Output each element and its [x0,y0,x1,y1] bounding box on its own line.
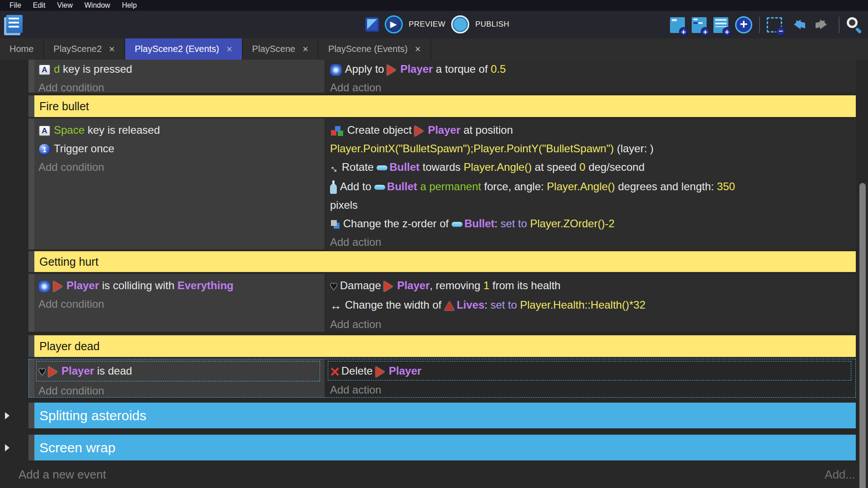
condition-line[interactable]: ASpace key is released [38,121,325,139]
actions-cell: ♥Damage Player, removing 1 from its heal… [326,274,856,332]
text-segment: force, angle: [481,180,547,192]
text-segment: set to [500,217,530,230]
group-drag-handle[interactable] [28,403,34,428]
conditions-cell: ♥Player is deadAdd condition [34,359,325,398]
event-drag-handle[interactable] [28,274,34,332]
condition-line[interactable]: ♥Player is dead [38,361,320,381]
action-line[interactable]: Create object Player at positionPlayer.P… [330,121,850,158]
add-condition-button[interactable]: Add condition [38,295,325,313]
menu-window[interactable]: Window [79,0,116,11]
add-condition-button[interactable]: Add condition [38,158,325,176]
bullet-object-icon [374,185,385,190]
preview-play-icon[interactable] [385,15,403,33]
player-object-icon [384,281,393,292]
condition-line[interactable]: Player is colliding with Everything [38,276,325,295]
tab-label: PlayScene [252,44,296,54]
add-other-event-icon[interactable] [735,16,752,33]
delete-selection-icon[interactable] [767,17,782,33]
lives-object-icon [444,301,454,310]
collapse-arrow-icon[interactable] [5,444,9,451]
redo-icon[interactable] [814,18,832,32]
tab-playscene[interactable]: PlayScene× [243,38,319,60]
event-row: ♥Player is deadAdd condition×Delete Play… [28,359,856,398]
text-segment: Player [389,365,421,377]
tab-close-icon[interactable]: × [302,45,308,54]
conditions-list: ♥Player is dead [36,361,320,381]
condition-line[interactable]: Ad key is pressed [38,60,325,78]
add-event-icon[interactable] [670,17,685,33]
action-line[interactable]: ♥Damage Player, removing 1 from its heal… [330,276,850,296]
text-segment: degrees and length: [615,180,717,192]
text-segment: (layer: ) [614,142,654,155]
add-comment-icon[interactable] [713,17,728,33]
event-group-header[interactable]: Screen wrap [28,435,856,460]
vertical-scrollbar[interactable] [859,183,866,488]
action-line[interactable]: Add to Bullet a permanent force, angle: … [330,177,850,214]
event-group-header[interactable]: Fire bullet [28,95,856,117]
action-line[interactable]: Change the z-order of Bullet: set to Pla… [330,214,850,233]
text-segment: is colliding with [99,279,177,291]
search-icon[interactable] [846,17,863,33]
actions-list: ×Delete Player [328,361,851,380]
add-action-button[interactable]: Add action [330,78,856,93]
action-line[interactable]: ×Delete Player [330,361,850,380]
tab-playscene2[interactable]: PlayScene2× [44,38,125,60]
action-line[interactable]: Apply to Player a torque of 0.5 [330,60,850,78]
add-more-button[interactable]: Add... [825,468,855,482]
text-segment: Space [54,124,85,136]
keyboard-key-icon: A [38,125,51,136]
menu-view[interactable]: View [51,0,78,11]
debug-icon[interactable] [365,17,379,32]
project-manager-icon[interactable] [6,15,23,33]
physics-icon [330,64,342,76]
preview-button[interactable]: PREVIEW [409,20,445,29]
event-group-header[interactable]: Splitting asteroids [28,403,856,428]
condition-line[interactable]: 1Trigger once [38,139,325,158]
tab-close-icon[interactable]: × [109,45,115,54]
add-condition-button[interactable]: Add condition [38,78,325,93]
player-object-icon [376,366,385,377]
gdevelop-window: { "menu": {"items": ["File", "Edit", "Vi… [0,0,868,488]
group-header-label: Getting hurt [34,251,856,272]
publish-globe-icon[interactable] [451,15,469,33]
event-drag-handle[interactable] [28,60,34,93]
add-condition-button[interactable]: Add condition [38,381,325,398]
tab-close-icon[interactable]: × [226,45,232,54]
menu-help[interactable]: Help [116,0,143,11]
action-line[interactable]: ↔Change the width of Lives: set to Playe… [330,296,850,315]
menu-file[interactable]: File [4,0,27,11]
text-segment: Player [400,63,433,75]
event-drag-handle[interactable] [28,359,34,398]
text-segment: 1 [483,279,489,291]
event-group-header[interactable]: Player dead [28,335,856,357]
group-drag-handle[interactable] [28,251,34,272]
toolbar-separator [839,17,840,33]
group-drag-handle[interactable] [28,95,34,117]
add-new-event-button[interactable]: Add a new event [19,468,106,482]
keyboard-key-icon: A [38,64,51,75]
event-group-header[interactable]: Getting hurt [28,251,856,272]
menu-edit[interactable]: Edit [27,0,52,11]
group-drag-handle[interactable] [28,335,34,357]
undo-icon[interactable] [789,18,807,32]
tab-home[interactable]: Home [0,38,44,60]
action-line[interactable]: ↔Rotate Bullet towards Player.Angle() at… [330,158,850,177]
width-icon: ↔ [330,296,342,315]
player-object-icon [53,281,62,292]
tab-playscene-events[interactable]: PlayScene (Events)× [319,38,431,60]
add-action-button[interactable]: Add action [330,233,856,249]
menu-bar: File Edit View Window Help [0,0,868,11]
publish-button[interactable]: PUBLISH [475,20,509,29]
text-segment: Delete [341,365,376,377]
add-subevent-icon[interactable] [692,17,707,33]
text-segment: at position [460,124,513,136]
conditions-cell: ASpace key is released1Trigger onceAdd c… [34,118,325,249]
add-action-button[interactable]: Add action [330,315,856,332]
event-drag-handle[interactable] [28,118,34,249]
tab-playscene2-events[interactable]: PlayScene2 (Events)× [125,38,243,60]
collapse-arrow-icon[interactable] [5,412,9,419]
group-drag-handle[interactable] [28,435,34,460]
tab-close-icon[interactable]: × [415,45,421,54]
event-row: Ad key is pressedAdd conditionApply to P… [28,60,856,93]
add-action-button[interactable]: Add action [330,380,856,398]
